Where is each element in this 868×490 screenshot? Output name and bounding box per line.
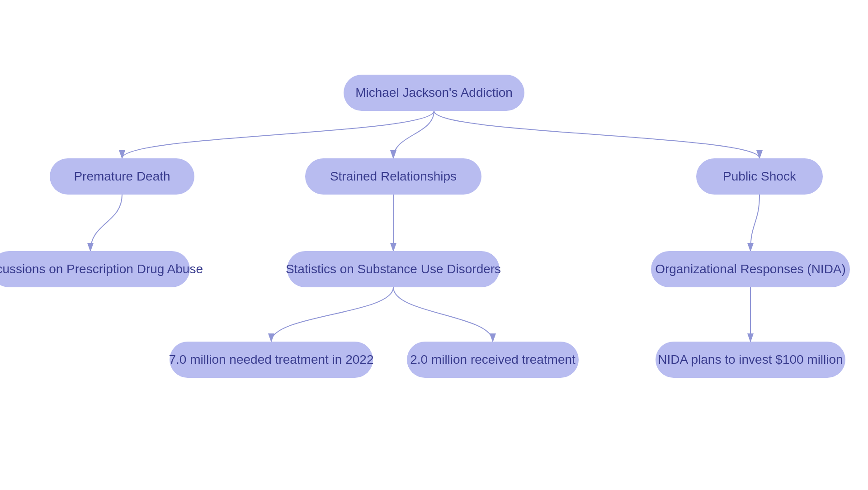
node-strained-relationships: Strained Relationships (305, 158, 481, 195)
node-premature-death: Premature Death (50, 158, 194, 195)
connectors-svg (0, 0, 868, 490)
node-seven-million: 7.0 million needed treatment in 2022 (170, 342, 373, 378)
node-nida-plans: NIDA plans to invest $100 million (656, 342, 845, 378)
node-org-responses: Organizational Responses (NIDA) (651, 251, 850, 287)
node-statistics: Statistics on Substance Use Disorders (287, 251, 500, 287)
node-public-shock: Public Shock (696, 158, 823, 195)
mind-map-diagram: Michael Jackson's AddictionPremature Dea… (0, 0, 868, 490)
node-discussions: Discussions on Prescription Drug Abuse (0, 251, 190, 287)
node-root: Michael Jackson's Addiction (344, 75, 524, 111)
node-two-million: 2.0 million received treatment (407, 342, 579, 378)
